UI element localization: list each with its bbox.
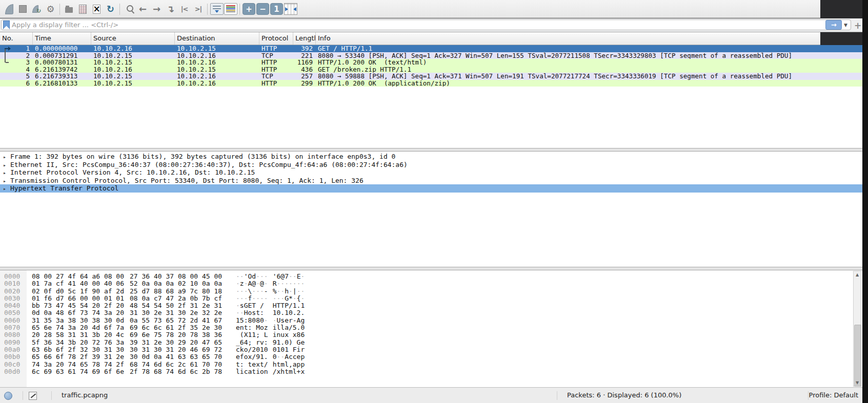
go-first-packet-icon[interactable]: |< <box>177 2 191 16</box>
detail-row[interactable]: ▸Ethernet II, Src: PcsCompu_36:40:37 (08… <box>0 161 862 169</box>
column-header-time[interactable]: Time <box>33 32 91 45</box>
save-file-icon[interactable] <box>76 2 90 16</box>
column-header-length[interactable]: Length <box>293 32 316 45</box>
packet-row[interactable]: 66.21681013310.10.2.1510.10.2.16HTTP299H… <box>0 80 862 87</box>
zoom-in-icon[interactable]: + <box>242 2 256 16</box>
apply-filter-button[interactable]: → <box>825 20 842 30</box>
hex-row[interactable]: 001001 7a cf 41 40 00 40 0652 0a 0a 0a 0… <box>0 280 862 287</box>
zoom-100-icon[interactable]: 1 <box>270 2 284 16</box>
zoom-out-icon[interactable]: − <box>256 2 270 16</box>
cell-proto: HTTP <box>259 66 293 73</box>
hex-row[interactable]: 00a063 6b 6f 2f 32 30 31 3030 31 30 31 2… <box>0 346 862 353</box>
ascii-bytes: ···G*·{· <box>273 294 305 302</box>
hex-bytes: 01 7a cf 41 40 00 40 06 <box>32 280 124 287</box>
hex-scrollbar[interactable]: ▲ ▼ <box>853 271 861 387</box>
capture-options-icon[interactable]: ⚙ <box>44 2 57 16</box>
cell-dst: 10.10.2.16 <box>175 80 259 87</box>
go-last-packet-icon[interactable]: >| <box>191 2 205 16</box>
detail-row[interactable]: ▸Transmission Control Protocol, Src Port… <box>0 177 862 185</box>
find-packet-icon[interactable] <box>122 2 136 16</box>
pane-splitter-bottom[interactable] <box>0 267 862 270</box>
column-header-protocol[interactable]: Protocol <box>259 32 293 45</box>
packet-count-summary: Packets: 6 · Displayed: 6 (100.0%) <box>567 391 681 399</box>
detail-row[interactable]: ▸Frame 1: 392 bytes on wire (3136 bits),… <box>0 153 862 161</box>
scrollbar-thumb[interactable] <box>854 325 861 387</box>
packet-row[interactable]: 20.00073129110.10.2.1510.10.2.16TCP22180… <box>0 52 862 59</box>
scroll-down-icon[interactable]: ▼ <box>854 379 861 386</box>
hex-row[interactable]: 00d06c 69 63 61 74 69 6f 6e2f 78 68 74 6… <box>0 368 862 375</box>
hex-row[interactable]: 008020 28 58 31 31 3b 20 4c69 6e 75 78 2… <box>0 331 862 338</box>
open-file-icon[interactable] <box>62 2 76 16</box>
ascii-bytes: %··h·|·· <box>273 287 305 295</box>
capture-comment-icon[interactable] <box>29 392 37 400</box>
filter-bookmark-icon[interactable] <box>3 20 10 29</box>
hex-bytes: 48 54 54 50 2f 31 2e 31 <box>130 302 222 309</box>
go-forward-icon[interactable]: → <box>150 2 164 16</box>
cell-proto: HTTP <box>259 45 293 52</box>
detail-row[interactable]: ▸Hypertext Transfer Protocol <box>0 184 862 193</box>
add-filter-button[interactable]: + <box>854 20 861 31</box>
cell-no: 4 <box>0 66 33 73</box>
hex-row[interactable]: 007065 6e 74 3a 20 4d 6f 7a69 6c 6c 61 2… <box>0 324 862 331</box>
column-header-destination[interactable]: Destination <box>175 32 259 45</box>
detail-text: Hypertext Transfer Protocol <box>10 184 118 192</box>
expander-chevron-icon[interactable]: ▸ <box>3 169 10 177</box>
filter-dropdown-caret-icon[interactable]: ▼ <box>844 23 847 28</box>
hex-row[interactable]: 002002 0f d0 5c 1f 90 af 2d25 d7 88 68 a… <box>0 288 862 295</box>
cell-src: 10.10.2.16 <box>91 66 175 73</box>
hex-row[interactable]: 00500d 0a 48 6f 73 74 3a 2031 30 2e 31 3… <box>0 309 862 316</box>
hex-bytes: 39 31 2e 30 29 20 47 65 <box>130 338 222 346</box>
hex-row[interactable]: 00905f 36 34 3b 20 72 76 3a39 31 2e 30 2… <box>0 339 862 346</box>
reload-file-icon[interactable]: ↻ <box>104 2 117 16</box>
hex-row[interactable]: 00b065 66 6f 78 2f 39 31 2e30 0d 0a 41 6… <box>0 353 862 360</box>
hex-offset: 0020 <box>4 288 24 295</box>
cell-info: HTTP/1.0 200 OK (application/zip) <box>316 80 862 87</box>
column-header-info[interactable]: Info <box>316 32 862 45</box>
cell-dst: 10.10.2.16 <box>175 59 259 66</box>
hex-offset: 0060 <box>4 317 24 324</box>
detail-row[interactable]: ▸Internet Protocol Version 4, Src: 10.10… <box>0 168 862 177</box>
scroll-up-icon[interactable]: ▲ <box>854 271 861 278</box>
filter-placeholder: Apply a display filter ... <Ctrl-/> <box>12 21 825 29</box>
profile-selector[interactable]: Profile: Default <box>809 391 858 399</box>
hex-row[interactable]: 00c074 3a 20 74 65 78 74 2f68 74 6d 6c 2… <box>0 361 862 368</box>
hex-row[interactable]: 006031 35 3a 38 30 38 30 0d0a 55 73 65 7… <box>0 317 862 324</box>
display-filter-input[interactable]: Apply a display filter ... <Ctrl-/> → ▼ <box>1 19 851 30</box>
column-header-no[interactable]: No. <box>0 32 33 45</box>
hex-bytes: 31 35 3a 38 30 38 30 0d <box>32 316 124 324</box>
cell-src: 10.10.2.15 <box>91 80 175 87</box>
expander-chevron-icon[interactable]: ▸ <box>3 161 10 169</box>
resize-columns-icon[interactable] <box>284 2 297 16</box>
go-to-packet-icon[interactable]: ↴ <box>164 2 177 16</box>
packet-row[interactable]: 10.00000000010.10.2.1610.10.2.15HTTP392G… <box>0 45 862 52</box>
close-file-icon[interactable]: × <box>90 2 104 16</box>
restart-capture-icon[interactable]: ↻ <box>30 2 44 16</box>
hex-row[interactable]: 000008 00 27 4f 64 a6 08 0027 36 40 37 0… <box>0 273 862 280</box>
colorize-icon[interactable] <box>224 2 237 16</box>
stop-capture-icon[interactable] <box>16 2 30 16</box>
expander-chevron-icon[interactable]: ▸ <box>3 153 10 161</box>
go-back-icon[interactable]: ← <box>136 2 150 16</box>
hex-row[interactable]: 003001 f6 d7 66 00 00 01 0108 0a c7 47 2… <box>0 295 862 302</box>
packet-row[interactable]: 46.21613974210.10.2.1610.10.2.15HTTP436G… <box>0 66 862 73</box>
detail-text: Ethernet II, Src: PcsCompu_36:40:37 (08:… <box>10 161 408 168</box>
start-capture-icon[interactable] <box>2 2 16 16</box>
expander-chevron-icon[interactable]: ▸ <box>3 185 10 193</box>
ascii-bytes: ent: Moz <box>236 324 268 331</box>
ascii-bytes: 10.10.2. <box>273 309 305 316</box>
auto-scroll-icon[interactable] <box>210 2 224 16</box>
screen-corner-dark-2 <box>820 32 862 45</box>
hex-row[interactable]: 0040bb 73 47 45 54 20 2f 2048 54 54 50 2… <box>0 302 862 309</box>
hex-bytes: 69 6c 6c 61 2f 35 2e 30 <box>130 324 222 331</box>
hex-offset: 0010 <box>4 280 24 287</box>
column-header-source[interactable]: Source <box>91 32 175 45</box>
packet-row[interactable]: 56.21673931310.10.2.1510.10.2.16TCP25780… <box>0 73 862 80</box>
expert-info-icon[interactable] <box>4 392 12 400</box>
hex-offset: 0040 <box>4 302 24 309</box>
hex-bytes: 25 d7 88 68 a9 7c 80 18 <box>130 287 222 295</box>
expander-chevron-icon[interactable]: ▸ <box>3 177 10 185</box>
cell-dst: 10.10.2.16 <box>175 52 259 59</box>
related-packet-arrowhead-icon <box>8 47 11 51</box>
packet-row[interactable]: 30.00078013110.10.2.1510.10.2.16HTTP1169… <box>0 59 862 66</box>
pane-splitter-top[interactable] <box>0 148 862 152</box>
